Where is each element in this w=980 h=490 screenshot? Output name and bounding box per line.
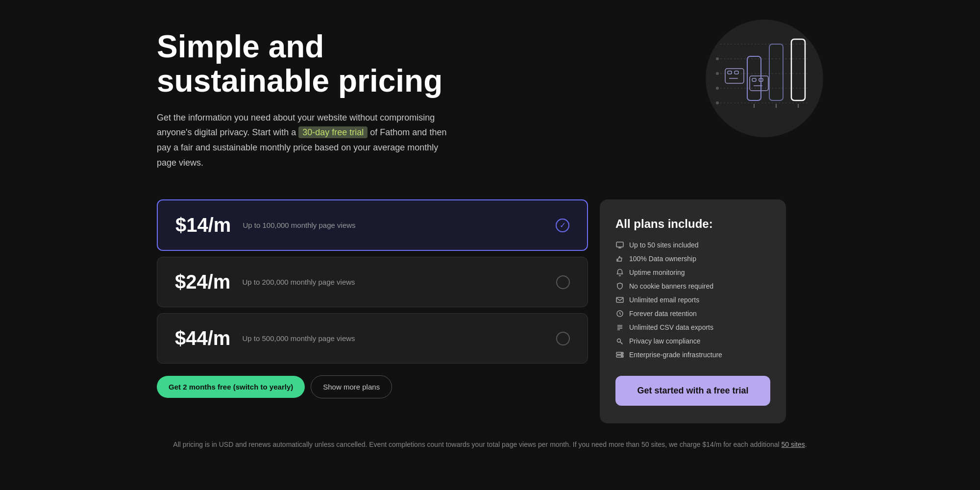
feature-text-privacy: Privacy law compliance [629,337,701,345]
plan-price-14: $14/m [175,214,231,236]
feature-item-retention: Forever data retention [615,309,770,318]
more-plans-button[interactable]: Show more plans [311,375,392,398]
svg-rect-26 [616,297,623,302]
free-trial-highlight: 30-day free trial [298,126,368,138]
feature-item-privacy: Privacy law compliance [615,337,770,345]
feature-text-sites: Up to 50 sites included [629,241,699,249]
plan-price-44: $44/m [175,327,230,349]
feature-text-email: Unlimited email reports [629,296,699,304]
illustration-circle [706,20,823,137]
hero-description: Get the information you need about your … [157,110,451,170]
mail-icon [615,295,624,304]
plan-price-24: $24/m [175,271,230,293]
feature-item-cookies: No cookie banners required [615,282,770,291]
svg-rect-10 [728,71,732,74]
fifty-sites-link[interactable]: 50 sites [782,441,805,448]
feature-item-csv: Unlimited CSV data exports [615,323,770,332]
shield-icon [615,282,624,291]
feature-text-enterprise: Enterprise-grade infrastructure [629,351,722,359]
feature-text-csv: Unlimited CSV data exports [629,323,713,331]
plan-left-24: $24/m Up to 200,000 monthly page views [175,271,355,293]
feature-text-cookies: No cookie banners required [629,282,713,290]
plan-card-44[interactable]: $44/m Up to 500,000 monthly page views [157,313,588,364]
list-icon [615,323,624,332]
feature-item-uptime: Uptime monitoring [615,268,770,277]
feature-item-email: Unlimited email reports [615,295,770,304]
plan-desc-44: Up to 500,000 monthly page views [242,334,355,343]
feature-item-enterprise: Enterprise-grade infrastructure [615,350,770,359]
plan-card-14[interactable]: $14/m Up to 100,000 monthly page views [157,199,588,251]
pricing-main: $14/m Up to 100,000 monthly page views $… [157,199,823,423]
bell-icon [615,268,624,277]
feature-item-ownership: 100% Data ownership [615,254,770,263]
svg-point-6 [716,72,719,75]
plan-desc-14: Up to 100,000 monthly page views [243,221,355,229]
svg-point-7 [716,87,719,90]
svg-rect-23 [616,242,623,247]
plan-desc-24: Up to 200,000 monthly page views [242,278,355,286]
features-title: All plans include: [615,217,770,231]
svg-point-36 [621,356,622,357]
feature-text-uptime: Uptime monitoring [629,269,685,276]
svg-point-5 [716,57,719,60]
footer-note: All pricing is in USD and renews automat… [157,439,823,450]
plans-section: $14/m Up to 100,000 monthly page views $… [157,199,588,398]
monitor-icon [615,241,624,249]
features-card: All plans include: Up to 50 sites includ… [600,199,786,423]
hero-illustration [686,20,823,137]
svg-point-8 [716,101,719,104]
plan-left-14: $14/m Up to 100,000 monthly page views [175,214,356,236]
free-trial-button[interactable]: Get started with a free trial [615,376,770,406]
svg-point-32 [617,339,621,343]
feature-text-retention: Forever data retention [629,310,697,318]
plan-card-24[interactable]: $24/m Up to 200,000 monthly page views [157,257,588,307]
feature-item-sites: Up to 50 sites included [615,241,770,249]
plans-actions: Get 2 months free (switch to yearly) Sho… [157,375,588,398]
svg-rect-19 [791,39,805,100]
svg-rect-18 [769,44,783,100]
svg-rect-11 [735,71,738,74]
feature-text-ownership: 100% Data ownership [629,255,696,263]
page-title: Simple and sustainable pricing [157,29,451,98]
svg-rect-14 [752,78,756,81]
hero-text-block: Simple and sustainable pricing Get the i… [157,29,451,170]
plan-left-44: $44/m Up to 500,000 monthly page views [175,327,355,349]
chart-illustration [710,29,818,127]
plan-radio-44[interactable] [556,332,570,345]
key-icon [615,337,624,345]
plan-radio-24[interactable] [556,275,570,289]
yearly-button[interactable]: Get 2 months free (switch to yearly) [157,376,305,398]
clock-icon [615,309,624,318]
plan-radio-14[interactable] [556,219,569,232]
thumbsup-icon [615,254,624,263]
svg-point-35 [621,353,622,354]
server-icon [615,350,624,359]
